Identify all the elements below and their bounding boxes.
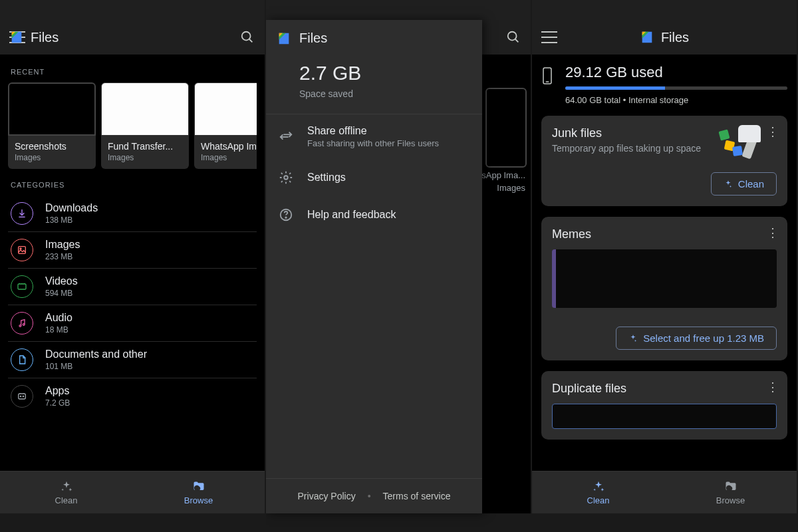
bottom-nav: Clean Browse (0, 471, 265, 513)
recent-type: Images (108, 153, 182, 162)
space-saved: 2.7 GB Space saved (266, 55, 482, 114)
more-icon[interactable]: ⋮ (765, 379, 781, 395)
nav-label: Clean (55, 495, 78, 505)
button-label: Select and free up 1.23 MB (643, 332, 764, 344)
category-audio[interactable]: Audio18 MB (8, 305, 257, 342)
recent-card[interactable]: WhatsApp Ima... Images (194, 82, 257, 169)
category-name: Audio (45, 312, 72, 324)
nav-drawer: Files 2.7 GB Space saved Share offline F… (266, 20, 482, 513)
status-bar (532, 0, 797, 20)
category-apps[interactable]: Apps7.2 GB (8, 378, 257, 414)
recent-name: Screenshots (15, 141, 89, 152)
recent-type: Images (201, 153, 257, 162)
sparkle-icon (628, 334, 638, 343)
svg-point-23 (285, 217, 286, 217)
storage-detail: 64.00 GB total • Internal storage (565, 95, 787, 105)
duplicates-preview[interactable] (552, 404, 777, 429)
apps-icon (11, 385, 33, 408)
search-icon[interactable] (239, 29, 255, 45)
svg-rect-6 (19, 247, 26, 254)
recent-card[interactable]: Fund Transfer... Images (101, 82, 189, 169)
space-saved-value: 2.7 GB (299, 62, 449, 84)
nav-label: Browse (716, 495, 745, 505)
sparkle-icon (724, 180, 733, 189)
gesture-bar (266, 513, 531, 532)
categories-list: Downloads138 MB Images233 MB Videos594 M… (8, 196, 257, 414)
recent-card[interactable]: Screenshots Images (8, 82, 96, 169)
drawer-help[interactable]: Help and feedback (266, 196, 482, 233)
svg-point-21 (284, 176, 288, 180)
category-images[interactable]: Images233 MB (8, 232, 257, 269)
panel-drawer: sApp Ima... Images Files 2.7 GB Space sa… (266, 0, 532, 532)
recent-type: Images (15, 153, 89, 162)
image-icon (11, 239, 33, 261)
app-brand: Files (9, 30, 59, 45)
drawer-settings[interactable]: Settings (266, 159, 482, 196)
category-name: Downloads (45, 202, 98, 214)
help-icon (278, 207, 294, 223)
nav-clean[interactable]: Clean (532, 471, 664, 513)
search-icon[interactable] (505, 29, 521, 45)
memes-preview[interactable] (552, 249, 777, 308)
svg-point-12 (20, 396, 21, 396)
nav-clean[interactable]: Clean (0, 471, 132, 513)
gear-icon (278, 170, 294, 186)
category-name: Images (45, 239, 80, 251)
sparkle-icon (59, 479, 74, 494)
privacy-policy-link[interactable]: Privacy Policy (298, 491, 356, 501)
category-downloads[interactable]: Downloads138 MB (8, 196, 257, 232)
svg-rect-11 (19, 394, 26, 399)
browse-content: RECENT Screenshots Images Fund Transfer.… (0, 55, 265, 471)
terms-link[interactable]: Terms of service (383, 491, 451, 501)
gesture-bar (532, 513, 797, 532)
thumbnail (194, 82, 257, 136)
folder-search-icon (192, 479, 206, 494)
folder-search-icon (724, 479, 738, 494)
panel-browse: Files RECENT Screenshots Images Fund Tra… (0, 0, 266, 532)
svg-point-9 (19, 325, 21, 327)
drawer-header: Files (266, 20, 482, 55)
drawer-title: Help and feedback (307, 209, 396, 221)
category-videos[interactable]: Videos594 MB (8, 269, 257, 305)
category-documents[interactable]: Documents and other101 MB (8, 342, 257, 378)
thumbnail (485, 88, 527, 168)
nav-browse[interactable]: Browse (664, 471, 797, 513)
share-icon (278, 129, 294, 145)
svg-point-10 (23, 324, 25, 326)
download-icon (11, 202, 33, 225)
separator: • (368, 491, 371, 501)
menu-icon[interactable] (541, 31, 557, 43)
phone-icon (541, 64, 556, 88)
category-size: 233 MB (45, 252, 80, 261)
nav-label: Clean (587, 495, 610, 505)
more-icon[interactable]: ⋮ (765, 225, 781, 241)
svg-point-14 (196, 487, 200, 490)
drawer-share-offline[interactable]: Share offline Fast sharing with other Fi… (266, 114, 482, 159)
audio-icon (11, 312, 33, 334)
recent-name: Fund Transfer... (108, 141, 182, 152)
svg-point-30 (728, 487, 732, 490)
recent-name: WhatsApp Ima... (201, 141, 257, 152)
app-title: Files (31, 30, 59, 45)
select-free-button[interactable]: Select and free up 1.23 MB (616, 327, 777, 350)
memes-card: ⋮ Memes Select and free up 1.23 MB (541, 217, 787, 360)
category-name: Videos (45, 275, 78, 287)
gesture-bar (0, 513, 265, 532)
storage-summary: 29.12 GB used 64.00 GB total • Internal … (541, 64, 787, 105)
top-bar: Files (0, 20, 265, 55)
cleaning-brush-icon (720, 125, 761, 157)
document-icon (11, 348, 33, 371)
files-logo-icon (277, 31, 291, 46)
drawer-subtitle: Fast sharing with other Files users (307, 138, 439, 148)
clean-button[interactable]: Clean (711, 172, 777, 196)
category-name: Apps (45, 385, 70, 397)
panel-clean: Files 29.12 GB used 64.00 GB total • Int… (532, 0, 798, 532)
category-size: 101 MB (45, 362, 147, 371)
category-size: 18 MB (45, 325, 72, 334)
drawer-title: Share offline (307, 125, 439, 137)
nav-browse[interactable]: Browse (132, 471, 265, 513)
junk-files-card: ⋮ Junk files Temporary app files taking … (541, 116, 787, 206)
thumbnail (8, 82, 96, 136)
svg-line-16 (515, 39, 519, 43)
more-icon[interactable]: ⋮ (765, 124, 781, 140)
